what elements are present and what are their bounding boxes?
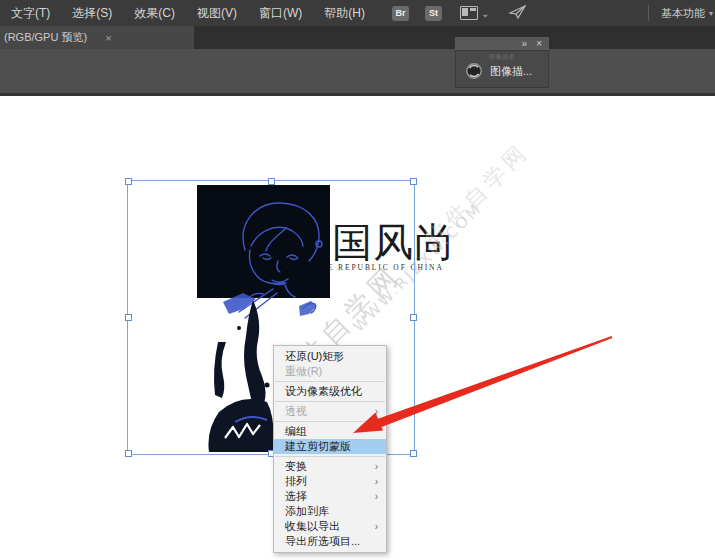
menu-item-arrange[interactable]: 排列 ›	[274, 474, 386, 489]
chevron-down-icon[interactable]: ⌄	[481, 8, 489, 19]
selection-handle-bottom-right[interactable]	[410, 450, 417, 457]
menu-item-select[interactable]: 选择 ›	[274, 489, 386, 504]
submenu-arrow-icon: ›	[375, 404, 378, 419]
menu-item-perspective: 透视 ›	[274, 404, 386, 419]
image-trace-label: 图像描...	[490, 64, 532, 79]
submenu-arrow-icon: ›	[375, 459, 378, 474]
menu-item-undo-rectangle[interactable]: 还原(U)矩形	[274, 349, 386, 364]
menu-item-transform[interactable]: 变换 ›	[274, 459, 386, 474]
bridge-icon[interactable]: Br	[392, 6, 409, 21]
document-tab-title: (RGB/GPU 预览)	[4, 30, 87, 45]
menu-item-make-clipping-mask[interactable]: 建立剪切蒙版	[274, 439, 386, 454]
menu-item-collect-for-export[interactable]: 收集以导出 ›	[274, 519, 386, 534]
document-tabbar: (RGB/GPU 预览) ×	[0, 26, 715, 49]
divider	[648, 5, 649, 21]
document-tab[interactable]: (RGB/GPU 预览) ×	[0, 26, 194, 49]
selection-handle-top-right[interactable]	[410, 178, 417, 185]
share-icon[interactable]	[509, 5, 526, 22]
menu-separator	[275, 401, 385, 402]
panel-group-hint: 图像描摹	[456, 53, 548, 62]
menu-separator	[275, 456, 385, 457]
selection-handle-top-center[interactable]	[268, 178, 275, 185]
menu-item-export-selection[interactable]: 导出所选项目...	[274, 534, 386, 549]
selection-handle-top-left[interactable]	[125, 178, 132, 185]
menu-view[interactable]: 视图(V)	[186, 5, 248, 22]
control-band	[0, 49, 715, 96]
menu-separator	[275, 381, 385, 382]
selection-handle-bottom-left[interactable]	[125, 450, 132, 457]
arrange-documents-icon[interactable]	[460, 6, 478, 20]
panel-close-icon[interactable]: ×	[536, 39, 542, 49]
image-trace-icon	[465, 62, 483, 80]
tab-close-icon[interactable]: ×	[105, 32, 111, 44]
menu-item-make-pixel-perfect[interactable]: 设为像素级优化	[274, 384, 386, 399]
menu-help[interactable]: 帮助(H)	[313, 5, 376, 22]
workspace-switcher[interactable]: 基本功能	[661, 6, 705, 21]
selection-handle-mid-right[interactable]	[410, 314, 417, 321]
panel-collapse-icon[interactable]: »	[522, 39, 528, 49]
panel-group-header: » ×	[455, 37, 549, 50]
menubar: 文字(T) 选择(S) 效果(C) 视图(V) 窗口(W) 帮助(H) Br S…	[0, 0, 715, 26]
menu-item-add-to-library[interactable]: 添加到库	[274, 504, 386, 519]
menu-item-redo: 重做(R)	[274, 364, 386, 379]
menu-effect[interactable]: 效果(C)	[123, 5, 186, 22]
menu-window[interactable]: 窗口(W)	[248, 5, 313, 22]
submenu-arrow-icon: ›	[375, 519, 378, 534]
stock-icon[interactable]: St	[425, 6, 442, 21]
workspace-dropdown-icon[interactable]: ▾	[709, 9, 713, 18]
submenu-arrow-icon: ›	[375, 489, 378, 504]
menu-select[interactable]: 选择(S)	[61, 5, 123, 22]
submenu-arrow-icon: ›	[375, 474, 378, 489]
context-menu: 还原(U)矩形 重做(R) 设为像素级优化 透视 › 编组 建立剪切蒙版 变换 …	[273, 345, 387, 553]
menu-item-group[interactable]: 编组	[274, 424, 386, 439]
menu-type[interactable]: 文字(T)	[0, 5, 61, 22]
image-trace-panel: 图像描摹 图像描...	[455, 50, 549, 88]
menu-separator	[275, 421, 385, 422]
selection-handle-mid-left[interactable]	[125, 314, 132, 321]
